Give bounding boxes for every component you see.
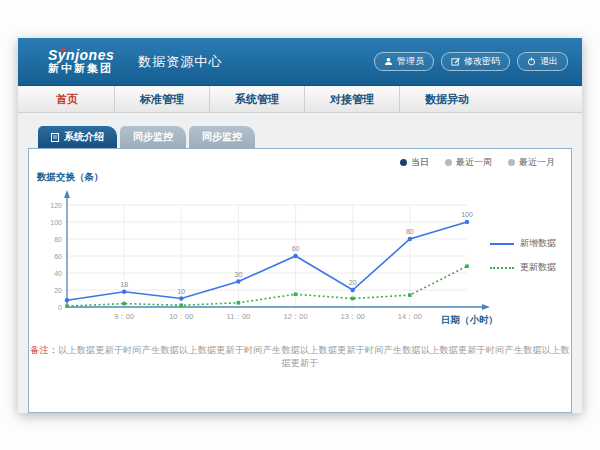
svg-text:30: 30: [235, 271, 243, 278]
legend-new-data-label: 新增数据: [520, 237, 556, 250]
svg-text:9：00: 9：00: [114, 312, 134, 321]
radio-last-month-dot: [508, 159, 515, 166]
header-actions: 管理员 修改密码 退出: [374, 38, 568, 85]
radio-last-month-label: 最近一月: [519, 156, 555, 169]
svg-text:60: 60: [292, 245, 300, 252]
svg-text:13：00: 13：00: [341, 312, 365, 321]
main-nav: 首页 标准管理 系统管理 对接管理 数据异动: [18, 86, 582, 113]
radio-today-label: 当日: [411, 156, 429, 169]
svg-text:100: 100: [50, 219, 62, 226]
radio-last-month[interactable]: 最近一月: [508, 156, 555, 169]
chart-panel: 当日 最近一周 最近一月 数据交换（条） 日期（小时） 9：0010：0011：…: [28, 148, 572, 413]
logout-button[interactable]: 退出: [517, 52, 568, 71]
tab-system-intro-label: 系统介绍: [64, 126, 104, 148]
legend-new-data[interactable]: 新增数据: [490, 237, 556, 250]
svg-text:14：00: 14：00: [398, 312, 422, 321]
tab-row: 系统介绍 同步监控 同步监控: [38, 126, 572, 148]
tab-sync-monitor-1[interactable]: 同步监控: [120, 126, 186, 148]
svg-text:100: 100: [461, 211, 473, 218]
logout-label: 退出: [540, 55, 558, 68]
logo: Synjones 新中新集团: [48, 48, 114, 74]
radio-today-dot: [400, 159, 407, 166]
radio-last-week-label: 最近一周: [456, 156, 492, 169]
svg-text:20: 20: [54, 287, 62, 294]
time-range-filter: 当日 最近一周 最近一月: [400, 156, 555, 169]
logo-primary-text: Synjones: [48, 48, 114, 63]
legend-update-data-line: [490, 267, 514, 269]
change-password-button[interactable]: 修改密码: [441, 52, 510, 71]
app-window: Synjones 新中新集团 数据资源中心 管理员 修改密码 退出 首页 标准管…: [18, 38, 582, 413]
user-icon: [384, 57, 393, 66]
nav-item-home[interactable]: 首页: [20, 86, 114, 112]
legend-new-data-line: [490, 243, 514, 245]
tab-system-intro[interactable]: 系统介绍: [38, 126, 117, 148]
y-axis-title: 数据交换（条）: [36, 171, 104, 183]
footnote-text: 以上数据更新于时间产生数据以上数据更新于时间产生数据以上数据更新于时间产生数据以…: [58, 345, 570, 368]
site-header: Synjones 新中新集团 数据资源中心 管理员 修改密码 退出: [18, 38, 582, 86]
power-icon: [527, 57, 536, 66]
tab-sync-monitor-1-label: 同步监控: [133, 126, 173, 148]
nav-item-interface-mgmt[interactable]: 对接管理: [304, 86, 399, 112]
radio-last-week[interactable]: 最近一周: [445, 156, 492, 169]
svg-text:80: 80: [54, 236, 62, 243]
nav-item-standard-mgmt[interactable]: 标准管理: [114, 86, 209, 112]
radio-today[interactable]: 当日: [400, 156, 429, 169]
content-area: 系统介绍 同步监控 同步监控 当日 最近一周: [18, 113, 582, 413]
admin-user-label: 管理员: [397, 55, 424, 68]
site-title: 数据资源中心: [138, 53, 222, 71]
svg-text:12：00: 12：00: [283, 312, 307, 321]
footnote-prefix: 备注：: [30, 345, 58, 355]
svg-text:18: 18: [120, 281, 128, 288]
x-axis-title: 日期（小时）: [441, 314, 498, 326]
footnote: 备注：以上数据更新于时间产生数据以上数据更新于时间产生数据以上数据更新于时间产生…: [29, 344, 571, 370]
tab-sync-monitor-2-label: 同步监控: [202, 126, 242, 148]
svg-text:10: 10: [177, 288, 185, 295]
logo-secondary-text: 新中新集团: [48, 63, 114, 75]
chart-legend: 新增数据 更新数据: [490, 237, 556, 274]
svg-text:60: 60: [54, 253, 62, 260]
svg-text:40: 40: [54, 270, 62, 277]
svg-text:120: 120: [50, 202, 62, 209]
svg-text:80: 80: [406, 228, 414, 235]
admin-user-button[interactable]: 管理员: [374, 52, 434, 71]
legend-update-data[interactable]: 更新数据: [490, 261, 556, 274]
nav-item-system-mgmt[interactable]: 系统管理: [209, 86, 304, 112]
svg-text:11：00: 11：00: [227, 312, 251, 321]
data-exchange-line-chart: 数据交换（条） 日期（小时） 9：0010：0011：0012：0013：001…: [35, 169, 565, 327]
legend-update-data-label: 更新数据: [520, 261, 556, 274]
nav-item-data-change[interactable]: 数据异动: [399, 86, 494, 112]
tab-sync-monitor-2[interactable]: 同步监控: [189, 126, 255, 148]
radio-last-week-dot: [445, 159, 452, 166]
svg-text:20: 20: [349, 279, 357, 286]
document-icon: [51, 133, 59, 142]
svg-text:0: 0: [58, 304, 62, 311]
change-password-label: 修改密码: [464, 55, 500, 68]
svg-text:10：00: 10：00: [169, 312, 193, 321]
edit-icon: [451, 57, 460, 66]
